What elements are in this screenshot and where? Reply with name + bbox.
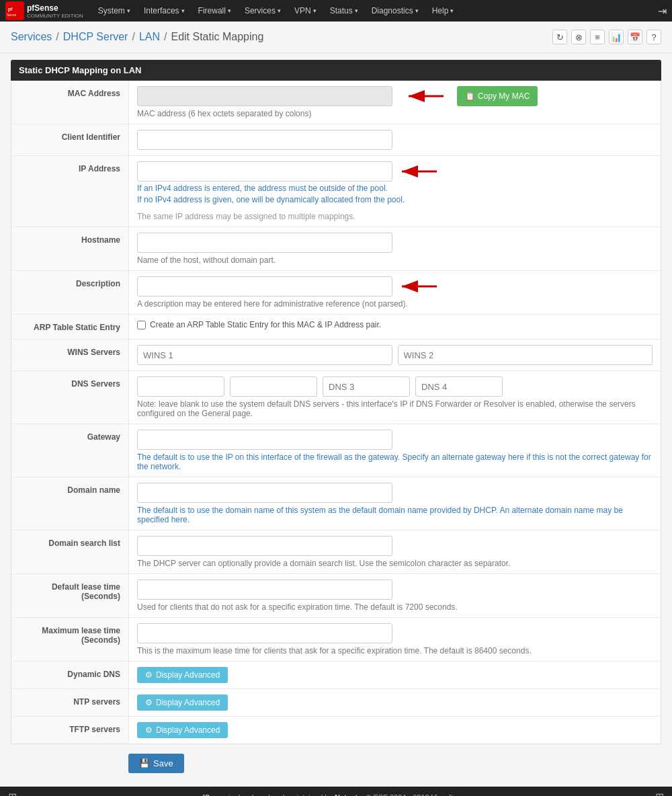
domain-name-input[interactable] [137,483,392,503]
stop-icon[interactable]: ⊗ [571,30,586,44]
breadcrumb-lan[interactable]: LAN [139,31,160,43]
hostname-row: Hostname Name of the host, without domai… [11,227,661,271]
section-header: Static DHCP Mapping on LAN [11,60,661,81]
nav-logout-icon[interactable]: ⇥ [658,5,667,17]
mac-address-value-cell: 📋 Copy My MAC MAC address (6 hex octets … [129,81,661,124]
save-button[interactable]: 💾 Save [128,754,184,773]
max-lease-label: Maximum lease time (Seconds) [11,618,129,662]
max-lease-input[interactable] [137,623,392,643]
hostname-input[interactable] [137,233,392,253]
navbar: pf Sense pfSense COMMUNITY EDITION Syste… [0,0,672,22]
arp-row: ARP Table Static Entry Create an ARP Tab… [11,315,661,340]
breadcrumb-bar: Services / DHCP Server / LAN / Edit Stat… [0,22,672,53]
nav-interfaces[interactable]: Interfaces ▾ [137,0,192,22]
footer-license-link[interactable]: View license. [431,793,474,797]
dns1-input[interactable]: 1.1.1.1 [137,376,224,397]
dns2-input[interactable]: 1.0.0.1 [230,376,317,397]
ip-address-input[interactable]: 192.168.1.200 [137,161,392,182]
tftp-row: TFTP servers ⚙ Display Advanced [11,717,661,744]
copy-icon: 📋 [465,91,475,101]
nav-status[interactable]: Status ▾ [323,0,365,22]
mac-address-label: MAC Address [11,81,129,124]
domain-search-input[interactable] [137,536,392,556]
gear-icon: ⚙ [145,670,153,680]
gateway-label: Gateway [11,424,129,477]
ip-help-3: The same IP address may be assigned to m… [137,212,653,221]
mac-arrow-annotation [403,89,450,104]
client-id-label: Client Identifier [11,124,129,156]
chevron-down-icon: ▾ [228,7,231,14]
description-input[interactable]: Taxick Gaming [137,276,392,296]
breadcrumb-dhcp[interactable]: DHCP Server [63,31,128,43]
max-lease-value-cell: This is the maximum lease time for clien… [129,618,661,662]
calendar-icon[interactable]: 📅 [628,30,642,44]
description-label: Description [11,271,129,315]
client-id-input[interactable] [137,130,392,150]
chevron-down-icon: ▾ [355,7,358,14]
gateway-row: Gateway The default is to use the IP on … [11,424,661,477]
gateway-input[interactable] [137,430,392,450]
ntp-button[interactable]: ⚙ Display Advanced [137,694,228,711]
help-icon[interactable]: ? [646,30,661,44]
footer-text: pfSense is developed and maintained by N… [198,793,474,797]
nav-diagnostics[interactable]: Diagnostics ▾ [365,0,425,22]
dns-row: DNS Servers 1.1.1.1 1.0.0.1 Note: leave … [11,371,661,424]
nav-firewall[interactable]: Firewall ▾ [192,0,238,22]
mac-address-input[interactable] [137,86,392,106]
nav-services[interactable]: Services ▾ [238,0,288,22]
arp-check-text: Create an ARP Table Static Entry for thi… [150,320,381,329]
chevron-down-icon: ▾ [450,7,454,14]
mac-address-row: MAC Address 📋 Copy My MAC MAC address (6… [11,81,661,124]
domain-search-help: The DHCP server can optionally provide a… [137,559,653,568]
breadcrumb-services[interactable]: Services [11,31,52,43]
ip-address-value-cell: 192.168.1.200 If an IPv4 address is ente… [129,156,661,227]
gateway-help: The default is to use the IP on this int… [137,452,653,471]
settings-icon[interactable]: ≡ [590,30,605,44]
desc-arrow-annotation [396,279,444,294]
arp-value-cell: Create an ARP Table Static Entry for thi… [129,315,661,340]
brand-name: pfSense [27,3,58,13]
domain-name-row: Domain name The default is to use the do… [11,477,661,530]
breadcrumb-sep-3: / [164,31,167,43]
dns3-input[interactable] [323,376,410,397]
max-lease-help: This is the maximum lease time for clien… [137,646,653,655]
domain-name-value-cell: The default is to use the domain name of… [129,477,661,530]
arp-checkbox[interactable] [137,321,146,329]
ip-help-2: If no IPv4 address is given, one will be… [137,195,653,204]
svg-text:pf: pf [8,7,13,12]
mac-input-row: 📋 Copy My MAC [137,86,653,106]
form-table: MAC Address 📋 Copy My MAC MAC address (6… [11,81,661,744]
breadcrumb-sep-2: / [132,31,134,43]
breadcrumb-sep-1: / [56,31,58,43]
domain-search-row: Domain search list The DHCP server can o… [11,530,661,574]
wins-row: WINS Servers [11,340,661,371]
dns4-input[interactable] [415,376,503,397]
breadcrumb-current: Edit Static Mapping [171,31,263,43]
dns-help: Note: leave blank to use the system defa… [137,399,653,418]
mac-help-text: MAC address (6 hex octets separated by c… [137,109,653,118]
default-lease-input[interactable] [137,580,392,600]
arp-label: ARP Table Static Entry [11,315,129,340]
ntp-value-cell: ⚙ Display Advanced [129,689,661,717]
dynamic-dns-button[interactable]: ⚙ Display Advanced [137,667,228,683]
wins2-input[interactable] [398,345,653,365]
domain-name-help: The default is to use the domain name of… [137,506,653,524]
chart-icon[interactable]: 📊 [609,30,624,44]
ip-arrow-annotation [396,164,444,179]
tftp-button[interactable]: ⚙ Display Advanced [137,722,228,738]
footer-right-icon[interactable]: ⊞ [655,791,664,796]
wins-inputs [137,345,653,365]
dynamic-dns-value-cell: ⚙ Display Advanced [129,662,661,689]
ip-address-label: IP Address [11,156,129,227]
brand-logo: pf Sense pfSense COMMUNITY EDITION [5,1,83,20]
nav-vpn[interactable]: VPN ▾ [288,0,323,22]
chevron-down-icon: ▾ [278,7,281,14]
hostname-help: Name of the host, without domain part. [137,255,653,265]
description-row: Description Taxick Gaming A description … [11,271,661,315]
footer-left-icon[interactable]: ⊞ [8,791,17,796]
refresh-icon[interactable]: ↻ [552,30,567,44]
nav-system[interactable]: System ▾ [91,0,137,22]
nav-help[interactable]: Help ▾ [425,0,461,22]
wins1-input[interactable] [137,345,392,365]
copy-mac-button[interactable]: 📋 Copy My MAC [457,86,538,106]
